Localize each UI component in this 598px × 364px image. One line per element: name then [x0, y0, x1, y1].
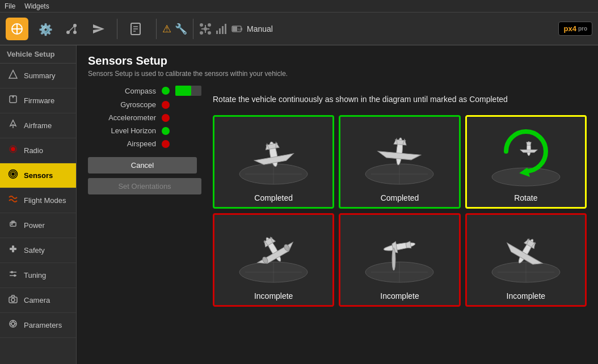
sensor-row-level-horizon: Level Horizon: [88, 126, 201, 135]
toolbar-sep-1: [117, 19, 117, 39]
battery-icon: N/A: [231, 23, 243, 35]
toolbar-right: px4 pro: [558, 22, 592, 36]
svg-rect-24: [222, 26, 224, 34]
svg-text:⚙️: ⚙️: [39, 23, 52, 36]
orientation-label-2: Rotate: [514, 193, 537, 202]
svg-rect-28: [233, 27, 237, 31]
sidebar-item-firmware[interactable]: Firmware: [0, 88, 76, 113]
toolbar-sep-2: [156, 19, 157, 39]
sidebar-item-camera[interactable]: Camera: [0, 288, 76, 313]
orientation-label-5: Incomplete: [507, 291, 545, 300]
plane-area-5: [467, 215, 585, 289]
plane-area-2: [467, 117, 585, 191]
svg-point-50: [14, 274, 16, 277]
svg-rect-23: [219, 28, 221, 34]
svg-point-52: [11, 298, 15, 302]
orientation-grid: Completed: [213, 115, 587, 307]
orientation-label-1: Completed: [381, 193, 419, 202]
plane-svg-2: [486, 120, 566, 188]
power-label: Power: [24, 221, 45, 230]
orientation-cell-3: Incomplete: [213, 213, 334, 307]
sidebar-item-flight-modes[interactable]: Flight Modes: [0, 188, 76, 213]
sensors-icon: [8, 169, 18, 182]
sensor-row-airspeed: Airspeed: [88, 139, 201, 148]
sensor-label-gyroscope: Gyroscope: [88, 100, 156, 109]
plane-area-3: [214, 215, 332, 289]
plane-area-0: [214, 117, 332, 191]
home-icon[interactable]: [6, 18, 28, 40]
svg-text:N/A: N/A: [238, 28, 243, 31]
camera-icon: [8, 294, 18, 307]
svg-rect-46: [10, 248, 16, 250]
svg-marker-78: [520, 150, 537, 153]
sidebar-item-power[interactable]: Power: [0, 213, 76, 238]
sidebar-item-tuning[interactable]: Tuning: [0, 263, 76, 288]
svg-point-18: [208, 23, 211, 27]
orientation-label-3: Incomplete: [254, 291, 293, 300]
toolbar: ⚙️ ⚠ 🔧: [0, 12, 598, 45]
instruction-text: Rotate the vehicle continuously as shown…: [213, 91, 587, 107]
sensor-row-accelerometer: Accelerometer: [88, 113, 201, 122]
radio-label: Radio: [24, 146, 43, 155]
sidebar-header: Vehicle Setup: [0, 45, 76, 64]
svg-marker-79: [527, 142, 531, 145]
svg-point-21: [204, 27, 207, 31]
plane-svg-5: [486, 218, 566, 286]
tuning-label: Tuning: [24, 271, 46, 280]
sidebar-item-sensors[interactable]: Sensors: [0, 163, 76, 188]
tuning-icon: [8, 269, 18, 282]
sidebar-item-airframe[interactable]: Airframe: [0, 113, 76, 138]
set-orientations-button[interactable]: Set Orientations: [88, 178, 201, 194]
summary-label: Summary: [24, 71, 56, 80]
svg-point-19: [200, 31, 203, 35]
toolbar-sep-3: [193, 19, 193, 39]
send-icon[interactable]: [87, 18, 110, 40]
svg-marker-95: [406, 241, 411, 248]
svg-marker-73: [394, 138, 398, 144]
airframe-label: Airframe: [24, 121, 52, 130]
svg-rect-44: [11, 223, 12, 225]
flight-modes-label: Flight Modes: [24, 196, 66, 205]
plane-svg-0: [234, 120, 313, 188]
parameters-icon: [8, 319, 18, 332]
main-layout: Vehicle Setup Summary Firmware Airframe: [0, 45, 598, 364]
page-subtitle: Sensors Setup is used to calibrate the s…: [88, 70, 587, 78]
flight-mode-label: Manual: [247, 24, 273, 33]
sensor-row-gyroscope: Gyroscope: [88, 100, 201, 109]
content-area: Sensors Setup Sensors Setup is used to c…: [77, 45, 598, 364]
compass-progress-bar: [175, 86, 201, 96]
menu-widgets[interactable]: Widgets: [24, 2, 49, 10]
sidebar-item-parameters[interactable]: Parameters: [0, 313, 76, 338]
sidebar-item-radio[interactable]: Radio: [0, 138, 76, 163]
sidebar-item-safety[interactable]: Safety: [0, 238, 76, 263]
sensor-dot-gyroscope: [162, 101, 170, 109]
orientation-label-0: Completed: [254, 193, 293, 202]
svg-marker-10: [93, 24, 104, 33]
svg-point-49: [11, 271, 13, 273]
cancel-button[interactable]: Cancel: [88, 157, 197, 173]
sensor-label-airspeed: Airspeed: [88, 139, 156, 148]
svg-point-20: [208, 31, 211, 35]
menu-file[interactable]: File: [5, 2, 15, 10]
camera-label: Camera: [24, 296, 50, 304]
waypoint-icon[interactable]: [60, 18, 83, 40]
warning-icon: ⚠: [162, 23, 171, 35]
plane-area-1: [340, 117, 458, 191]
orientation-label-4: Incomplete: [380, 291, 419, 300]
orientation-cell-2: Rotate: [465, 115, 587, 209]
summary-icon: [8, 69, 18, 82]
menu-bar: File Widgets: [0, 0, 598, 12]
orientation-cell-0: Completed: [213, 115, 334, 209]
sensor-dot-airspeed: [162, 140, 170, 148]
sidebar-item-summary[interactable]: Summary: [0, 64, 76, 88]
signal-icon: [215, 23, 228, 35]
settings-gear-icon[interactable]: ⚙️: [33, 18, 56, 40]
log-icon[interactable]: [124, 18, 147, 40]
page-title: Sensors Setup: [88, 54, 587, 67]
radio-icon: [8, 144, 18, 157]
svg-point-17: [200, 23, 203, 27]
svg-point-39: [11, 172, 15, 176]
sensors-label: Sensors: [24, 171, 53, 180]
drone-icon: [199, 23, 212, 35]
firmware-label: Firmware: [24, 96, 54, 105]
